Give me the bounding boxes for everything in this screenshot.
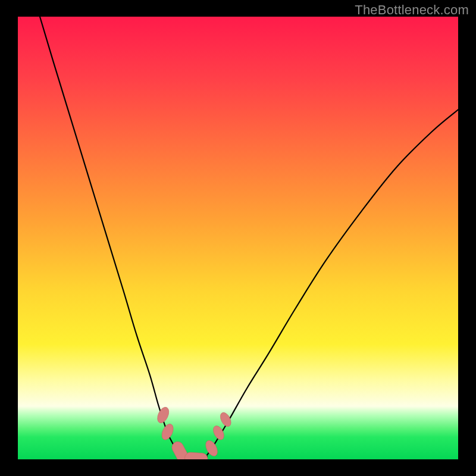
svg-point-0 (155, 405, 171, 425)
marker-1 (159, 422, 176, 442)
svg-rect-3 (184, 452, 208, 459)
plot-area (18, 17, 458, 459)
watermark-text: TheBottleneck.com (355, 2, 469, 18)
svg-point-5 (211, 424, 226, 441)
marker-6 (218, 411, 233, 428)
marker-0 (155, 405, 171, 425)
marker-5 (211, 424, 226, 441)
marker-3 (184, 452, 208, 459)
markers-svg (18, 17, 458, 459)
image-frame: TheBottleneck.com (0, 0, 476, 476)
svg-point-1 (159, 422, 176, 442)
svg-point-6 (218, 411, 233, 428)
